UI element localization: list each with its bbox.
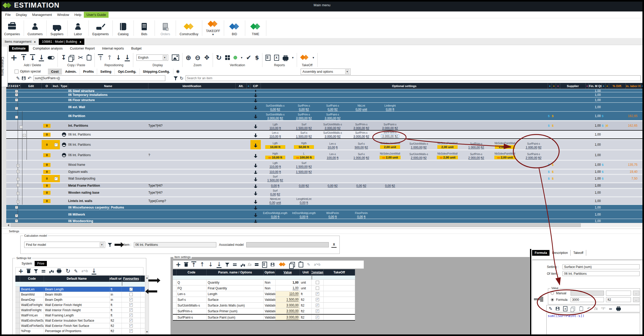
paste-icon[interactable] [299, 262, 303, 267]
param-value[interactable]: 110,00 ft [269, 126, 281, 130]
expand-plus-icon[interactable]: + [15, 206, 18, 209]
option-badge[interactable]: 0 [43, 153, 50, 157]
param-cell[interactable] [289, 92, 318, 97]
alt-cell[interactable] [236, 103, 247, 111]
cp-cell[interactable] [250, 103, 261, 111]
param-value[interactable]: 0,00 ft [271, 215, 279, 218]
param-cell[interactable]: 0,00 ft2 [318, 183, 347, 188]
param-value[interactable]: 110,00 ft [269, 135, 281, 138]
param-value[interactable]: 3 000,00 ft2 [325, 135, 340, 138]
expand-plus-icon[interactable]: + [17, 178, 20, 181]
refresh-icon[interactable]: ↻ [66, 268, 70, 274]
supplier-cell[interactable] [560, 92, 586, 97]
option-cell[interactable] [42, 103, 52, 111]
include-cell[interactable] [52, 183, 60, 188]
pct-diff-cell[interactable]: 135,75 [609, 161, 639, 169]
cp-cell[interactable] [250, 92, 261, 97]
filter-checkbox-icon[interactable] [122, 282, 122, 286]
alt-cell[interactable] [236, 112, 247, 120]
param-cell[interactable] [462, 189, 490, 196]
name-cell[interactable]: Wood frame [68, 161, 148, 169]
param-cell[interactable] [376, 161, 404, 169]
header-favourites[interactable]: Favourites [122, 276, 141, 282]
paste-add-icon[interactable]: ↧ [61, 54, 66, 61]
group-row[interactable]: +06 Woodworking1,00 [6, 219, 644, 223]
param-row-surf-s[interactable]: Surf-sSurfaceValidatio1 500,00ft2 [173, 297, 355, 303]
close-icon[interactable]: x [80, 40, 81, 43]
param-value[interactable]: 0,00 ft [300, 215, 308, 218]
param-cell[interactable] [405, 121, 433, 130]
insert-below-icon[interactable]: ↓ [30, 54, 35, 61]
param-value[interactable]: 3 000,00 ft2 [325, 117, 340, 120]
app-button-takeoff[interactable]: TAKEOFF▾ [203, 18, 223, 38]
param-cell[interactable] [289, 219, 318, 223]
param-cell[interactable]: Surf-s1 000,00 ft2 [347, 150, 376, 160]
sidebar-tab-catalog-items[interactable]: Catalog items [1, 46, 8, 87]
param-cell[interactable]: Lgth110,00 ft [261, 121, 289, 130]
favourite-cell[interactable] [122, 302, 141, 307]
param-value[interactable]: 50,00 ft [294, 145, 314, 149]
find-model-select[interactable]: Find for model▼ [24, 242, 105, 248]
param-cell[interactable] [405, 161, 433, 169]
check-icon[interactable]: ✔ [246, 54, 251, 61]
identification-cell[interactable] [148, 170, 236, 174]
fin-m-qt-cell[interactable]: 1,00 [589, 219, 602, 223]
edit-cell[interactable] [21, 210, 42, 219]
pct-diff-cell[interactable] [609, 205, 639, 210]
calc-grid-icon[interactable] [225, 55, 230, 60]
row-selector[interactable] [15, 297, 20, 302]
manual-more-button[interactable]: ... [633, 291, 639, 296]
takeoff-diamond-icon[interactable] [300, 55, 309, 60]
param-cell[interactable] [405, 205, 433, 210]
name-cell[interactable]: Wooden nailing base [68, 189, 148, 196]
include-cell[interactable] [52, 150, 60, 160]
param-value[interactable]: 0,00 ft [300, 201, 308, 204]
param-cell[interactable]: Surf-s500,00 ft2 [347, 140, 376, 149]
takeoff-diamond-icon[interactable] [279, 262, 286, 267]
alt-cell[interactable] [236, 140, 247, 149]
paste-icon[interactable] [87, 55, 91, 60]
include-cell[interactable] [52, 170, 60, 174]
param-cell[interactable] [519, 175, 548, 182]
constant-cell[interactable] [312, 291, 324, 297]
value-cell[interactable]: 3 000,00 [276, 303, 300, 308]
edit-cell[interactable] [21, 205, 42, 210]
param-cell[interactable] [318, 219, 347, 223]
expand-plus-icon[interactable]: + [17, 164, 20, 167]
param-cell[interactable] [490, 210, 519, 219]
add-icon[interactable]: + [10, 53, 17, 62]
menu-item-help[interactable]: Help [72, 12, 84, 18]
close-icon[interactable]: x [34, 40, 36, 43]
param-cell[interactable] [433, 175, 462, 182]
image-icon[interactable] [172, 54, 179, 61]
status-dot-icon[interactable] [233, 56, 237, 59]
cost-tab-profits[interactable]: Profits [80, 69, 97, 75]
identification-cell[interactable] [148, 210, 236, 219]
param-cell[interactable] [376, 219, 404, 223]
param-value[interactable]: 0,00 ft2 [270, 108, 280, 111]
text-icon[interactable]: "T" [601, 307, 605, 310]
edit-cell[interactable] [21, 112, 42, 120]
zoom-in-icon[interactable]: ⊕ [186, 54, 191, 61]
param-cell[interactable]: SurfPrim-s1 000,00 ft2 [462, 140, 490, 149]
group-row[interactable]: +06 Temporary installations1,00 [6, 92, 644, 97]
print-icon[interactable] [57, 270, 61, 272]
param-value[interactable]: 2,00 unit [495, 145, 515, 149]
param-cell[interactable]: Surf-s1 500,00 ft2 [289, 131, 318, 138]
param-cell[interactable] [433, 131, 462, 138]
param-cell[interactable] [405, 97, 433, 102]
supplier-cell[interactable] [560, 210, 586, 219]
refresh-icon[interactable]: ↻ [216, 54, 222, 61]
favourite-cell[interactable] [122, 287, 141, 292]
param-cell[interactable] [405, 189, 433, 196]
constant-cell[interactable] [312, 315, 324, 320]
param-cell[interactable] [490, 205, 519, 210]
row-selector[interactable] [15, 287, 20, 292]
param-cell[interactable] [462, 175, 490, 182]
settings-tab-system[interactable]: System [19, 261, 35, 266]
param-cell[interactable]: Surf1 500,00 ft2 [289, 161, 318, 169]
toggle-icon[interactable] [48, 56, 54, 59]
param-cell[interactable] [519, 97, 548, 102]
param-cell[interactable] [289, 189, 318, 196]
identification-cell[interactable] [148, 112, 236, 120]
